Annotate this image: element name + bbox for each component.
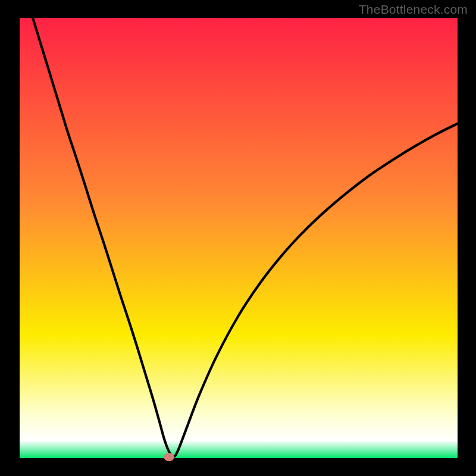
optimum-marker xyxy=(164,453,174,461)
plot-background xyxy=(20,18,458,458)
bottleneck-chart xyxy=(0,0,476,476)
chart-frame: TheBottleneck.com xyxy=(0,0,476,476)
